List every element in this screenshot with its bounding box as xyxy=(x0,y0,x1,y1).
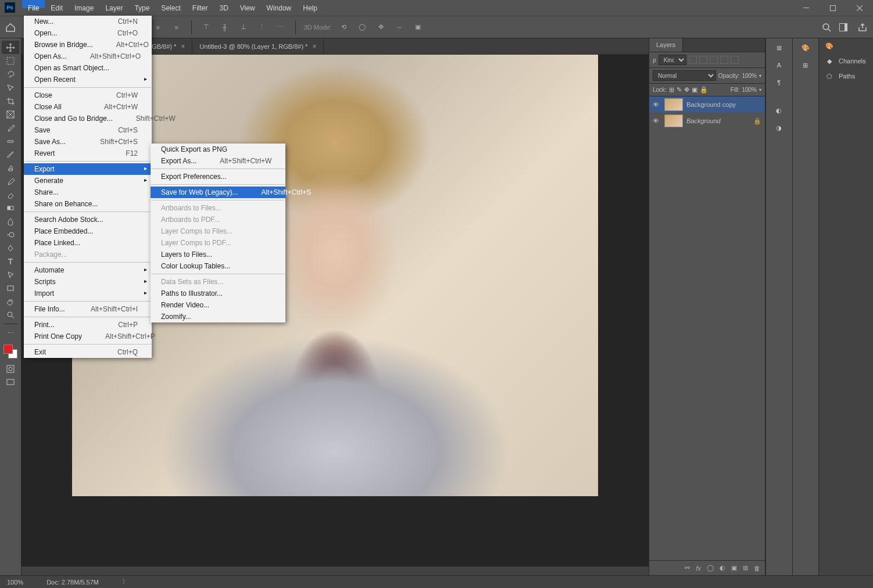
menu-item[interactable]: Open Recent xyxy=(24,74,152,85)
menu-item[interactable]: Paths to Illustrator... xyxy=(151,288,285,299)
pen-tool[interactable] xyxy=(2,241,19,254)
workspace-switcher-icon[interactable] xyxy=(839,23,850,31)
menu-edit[interactable]: Edit xyxy=(45,0,69,8)
menu-item[interactable]: Print...Ctrl+P xyxy=(24,319,152,331)
blend-mode-select[interactable]: Normal xyxy=(653,70,716,81)
menu-item[interactable]: Generate xyxy=(24,175,152,187)
menu-item[interactable]: Export Preferences... xyxy=(151,171,285,182)
document-tab[interactable]: Untitled-3 @ 80% (Layer 1, RGB/8#) *× xyxy=(192,38,324,54)
menu-layer[interactable]: Layer xyxy=(99,0,128,8)
visibility-icon[interactable]: 👁 xyxy=(653,117,661,124)
menu-file[interactable]: File xyxy=(22,0,45,8)
menu-item[interactable]: Scripts xyxy=(24,276,152,288)
align-top-icon[interactable]: ⊤ xyxy=(200,21,213,34)
zoom-level[interactable]: 100% xyxy=(7,579,23,586)
menu-item[interactable]: Save for Web (Legacy)...Alt+Shift+Ctrl+S xyxy=(151,187,285,198)
status-chevron-icon[interactable]: 〉 xyxy=(122,578,128,586)
dodge-tool[interactable] xyxy=(2,228,19,241)
lock-position-icon[interactable]: ✥ xyxy=(684,86,689,94)
menu-item[interactable]: Open As...Alt+Shift+Ctrl+O xyxy=(24,51,152,62)
menu-select[interactable]: Select xyxy=(155,0,186,8)
3d-roll-icon[interactable]: ◯ xyxy=(356,21,368,34)
menu-item[interactable]: Close and Go to Bridge...Shift+Ctrl+W xyxy=(24,113,152,124)
quick-mask-icon[interactable] xyxy=(2,362,19,375)
filter-type-icon[interactable] xyxy=(710,56,718,64)
lock-all-icon[interactable]: 🔒 xyxy=(700,86,708,94)
menu-item[interactable]: Close AllAlt+Ctrl+W xyxy=(24,101,152,113)
menu-item[interactable]: RevertF12 xyxy=(24,148,152,159)
align-stretch-icon[interactable]: ≡ xyxy=(170,21,183,34)
gradient-tool[interactable] xyxy=(2,201,19,214)
lock-transparent-icon[interactable]: ⊞ xyxy=(669,86,674,94)
move-tool[interactable] xyxy=(2,41,19,54)
3d-pan-icon[interactable]: ✥ xyxy=(374,21,387,34)
styles-icon[interactable]: ◑ xyxy=(771,121,787,135)
layer-row[interactable]: 👁Background copy xyxy=(649,96,765,113)
menu-item[interactable]: Search Adobe Stock... xyxy=(24,214,152,225)
home-icon[interactable] xyxy=(5,21,16,33)
blur-tool[interactable] xyxy=(2,214,19,228)
filter-pixel-icon[interactable] xyxy=(689,56,697,64)
menu-item[interactable]: File Info...Alt+Shift+Ctrl+I xyxy=(24,303,152,315)
menu-item[interactable]: Open...Ctrl+O xyxy=(24,27,152,39)
search-icon[interactable] xyxy=(822,23,831,32)
horizontal-scrollbar[interactable] xyxy=(22,567,649,575)
distribute-icon[interactable]: ⋮ xyxy=(256,21,269,34)
adjustment-icon[interactable]: ◐ xyxy=(720,564,725,572)
menu-item[interactable]: Layers to Files... xyxy=(151,249,285,260)
eraser-tool[interactable] xyxy=(2,188,19,201)
screen-mode-icon[interactable] xyxy=(2,375,19,389)
menu-item[interactable]: Quick Export as PNG xyxy=(151,144,285,155)
panel-paths[interactable]: ⬠Paths xyxy=(819,69,873,84)
tab-layers[interactable]: Layers xyxy=(649,38,683,52)
crop-tool[interactable] xyxy=(2,94,19,107)
menu-item[interactable]: Zoomify... xyxy=(151,311,285,322)
menu-item[interactable]: Browse in Bridge...Alt+Ctrl+O xyxy=(24,39,152,51)
menu-item[interactable]: Export As...Alt+Shift+Ctrl+W xyxy=(151,155,285,167)
lasso-tool[interactable] xyxy=(2,67,19,81)
layers-kind-select[interactable]: Kind xyxy=(659,55,686,65)
close-button[interactable] xyxy=(846,0,873,16)
quick-select-tool[interactable] xyxy=(2,81,19,94)
menu-item[interactable]: Import xyxy=(24,288,152,299)
close-tab-icon[interactable]: × xyxy=(312,42,316,51)
swatches-icon[interactable]: ⊞ xyxy=(797,58,814,72)
share-icon[interactable] xyxy=(858,23,867,32)
menu-item[interactable]: Open as Smart Object... xyxy=(24,62,152,74)
menu-image[interactable]: Image xyxy=(69,0,99,8)
hand-tool[interactable] xyxy=(2,295,19,308)
menu-item[interactable]: Automate xyxy=(24,264,152,276)
align-right-icon[interactable]: ≡ xyxy=(152,21,164,34)
edit-toolbar-icon[interactable]: ⋯ xyxy=(2,327,19,340)
properties-icon[interactable]: ⊞ xyxy=(771,41,787,55)
fill-value[interactable]: 100% xyxy=(742,87,757,93)
doc-size[interactable]: Doc: 2.78M/5.57M xyxy=(46,579,99,586)
zoom-tool[interactable] xyxy=(2,308,19,321)
menu-view[interactable]: View xyxy=(234,0,261,8)
maximize-button[interactable] xyxy=(820,0,846,16)
menu-item[interactable]: Place Linked... xyxy=(24,237,152,249)
menu-item[interactable]: New...Ctrl+N xyxy=(24,16,152,27)
3d-slide-icon[interactable]: ↔ xyxy=(393,21,406,34)
menu-item[interactable]: Print One CopyAlt+Shift+Ctrl+P xyxy=(24,331,152,342)
panel-color[interactable]: 🎨 xyxy=(819,38,873,53)
frame-tool[interactable] xyxy=(2,107,19,121)
group-icon[interactable]: ▣ xyxy=(731,564,737,572)
link-layers-icon[interactable]: ⚯ xyxy=(685,564,690,572)
marquee-tool[interactable] xyxy=(2,54,19,67)
menu-help[interactable]: Help xyxy=(297,0,323,8)
menu-item[interactable]: Save As...Shift+Ctrl+S xyxy=(24,136,152,148)
menu-item[interactable]: SaveCtrl+S xyxy=(24,124,152,136)
panel-channels[interactable]: ◆Channels xyxy=(819,53,873,69)
paragraph-icon[interactable]: ¶ xyxy=(771,76,787,89)
menu-item[interactable]: Color Lookup Tables... xyxy=(151,260,285,272)
menu-filter[interactable]: Filter xyxy=(187,0,214,8)
eyedropper-tool[interactable] xyxy=(2,121,19,134)
rectangle-tool[interactable] xyxy=(2,281,19,295)
more-align-icon[interactable]: ⋯ xyxy=(274,21,287,34)
layer-thumbnail[interactable] xyxy=(664,98,683,111)
filter-shape-icon[interactable] xyxy=(720,56,728,64)
3d-camera-icon[interactable]: ▣ xyxy=(412,21,424,34)
menu-item[interactable]: Share on Behance... xyxy=(24,198,152,210)
filter-smart-icon[interactable] xyxy=(731,56,739,64)
